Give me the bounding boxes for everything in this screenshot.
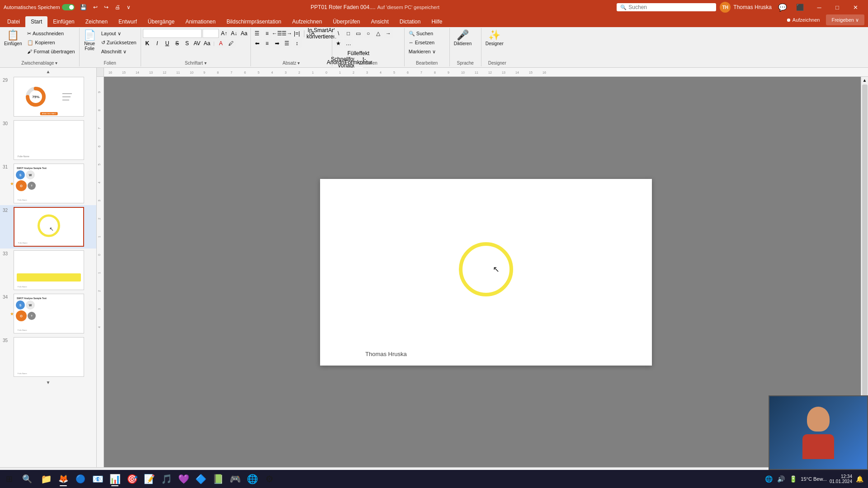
slide-item-31[interactable]: 31 ★ SWOT Analyse Sample Text S W O T Fo… <box>0 162 96 205</box>
align-justify-button[interactable]: ☰ <box>283 39 292 48</box>
minimize-button[interactable]: ─ <box>810 0 828 14</box>
find-button[interactable]: 🔍 Suchen <box>406 29 438 38</box>
taskbar-app9[interactable]: ⚙ <box>261 471 278 487</box>
paste-button[interactable]: 📋 Einfügen <box>2 29 24 56</box>
slide-canvas-area[interactable]: ↖ Thomas Hruska ▲ ▼ □ <box>104 77 868 467</box>
tab-datei[interactable]: Datei <box>2 16 25 27</box>
taskbar-app1[interactable]: 🎯 <box>124 471 140 487</box>
bold-button[interactable]: K <box>143 39 152 48</box>
layout-button[interactable]: Layout ∨ <box>99 29 139 38</box>
taskbar-app3[interactable]: 🎵 <box>158 471 175 487</box>
taskbar-app7[interactable]: 🎮 <box>227 471 243 487</box>
slide-item-33[interactable]: 33 Folie-Name <box>0 249 96 292</box>
tab-einfuegen[interactable]: Einfügen <box>47 16 80 27</box>
slide-item-34[interactable]: 34 ★ SWOT Analyse Sample Text S W O T Fo… <box>0 292 96 335</box>
taskbar-app8[interactable]: 🌐 <box>244 471 260 487</box>
taskbar-chrome[interactable]: 🔵 <box>72 471 89 487</box>
slide-item-29[interactable]: 29 75% ━━━━━━━ ━━━━━━ ━━━━━ <box>0 75 96 118</box>
tab-bildschirm[interactable]: Bildschirmpräsentation <box>221 16 287 27</box>
slide-item-30[interactable]: 30 Folie-Name <box>0 118 96 162</box>
taskbar-explorer[interactable]: 📁 <box>38 471 54 487</box>
indent-right-button[interactable]: ☰→ <box>283 29 292 38</box>
designer-button[interactable]: ✨ Designer <box>483 29 506 56</box>
volume-icon[interactable]: 🔊 <box>776 474 786 483</box>
present-button[interactable]: ⬛ <box>793 3 807 12</box>
tab-animationen[interactable]: Animationen <box>180 16 221 27</box>
tab-hilfe[interactable]: Hilfe <box>426 16 448 27</box>
font-increase-button[interactable]: A↑ <box>220 29 229 38</box>
scroll-up-btn[interactable]: ▲ <box>862 77 868 84</box>
tab-dictation[interactable]: Dictation <box>394 16 426 27</box>
char-spacing-button[interactable]: AV <box>193 39 202 48</box>
line-spacing-button[interactable]: ↕ <box>292 39 302 48</box>
copy-button[interactable]: 📋 Kopieren <box>25 38 77 47</box>
redo-button[interactable]: ↪ <box>101 3 111 11</box>
taskbar-outlook[interactable]: 📧 <box>90 471 106 487</box>
tab-aufzeichnen[interactable]: Aufzeichnen <box>287 16 327 27</box>
qa-dropdown[interactable]: ∨ <box>124 3 133 11</box>
tab-aufzeichnen-right[interactable]: ⏺ Aufzeichnen <box>781 14 825 25</box>
align-center-button[interactable]: ≡ <box>263 39 272 48</box>
shape-oval[interactable]: ○ <box>364 29 373 38</box>
col-button[interactable]: |=| <box>292 29 302 38</box>
shape-line[interactable]: \ <box>334 29 343 38</box>
start-button[interactable]: ⊞ <box>0 470 18 488</box>
tab-entwurf[interactable]: Entwurf <box>113 16 142 27</box>
autosave-toggle[interactable]: Automatisches Speichern <box>4 4 75 10</box>
fill-button[interactable]: Fülleffekt <box>354 49 363 58</box>
datetime[interactable]: 12:34 01.01.2024 <box>830 474 852 484</box>
shape-more[interactable]: … <box>344 39 353 48</box>
dictate-button[interactable]: 🎤 Diktieren <box>452 29 474 56</box>
comments-button[interactable]: 💬 <box>775 2 790 13</box>
underline-button[interactable]: U <box>163 39 172 48</box>
maximize-button[interactable]: □ <box>828 0 846 14</box>
scroll-down-button[interactable]: ▼ <box>0 379 96 386</box>
list-number-button[interactable]: ≡ <box>263 29 272 38</box>
shape-rounded-rect[interactable]: ▭ <box>354 29 363 38</box>
shadow-button[interactable]: S <box>183 39 192 48</box>
shape-rect[interactable]: □ <box>344 29 353 38</box>
slide-item-35[interactable]: 35 Folie-Name <box>0 335 96 379</box>
indent-left-button[interactable]: ←☰ <box>273 29 282 38</box>
align-left-button[interactable]: ⬅ <box>253 39 262 48</box>
taskbar-app2[interactable]: 📝 <box>141 471 157 487</box>
new-slide-button[interactable]: 📄 NeueFolie <box>81 29 98 56</box>
taskbar-app6[interactable]: 📗 <box>210 471 226 487</box>
cut-button[interactable]: ✂ Ausschneiden <box>25 29 77 38</box>
taskbar-app5[interactable]: 🔷 <box>193 471 209 487</box>
select-button[interactable]: Markieren ∨ <box>406 47 438 56</box>
network-icon[interactable]: 🌐 <box>764 474 774 483</box>
battery-icon[interactable]: 🔋 <box>788 474 798 483</box>
save-button[interactable]: 💾 <box>77 3 90 11</box>
font-color-button[interactable]: A <box>217 39 226 48</box>
text-case-button[interactable]: Aa <box>203 39 212 48</box>
tab-ansicht[interactable]: Ansicht <box>365 16 394 27</box>
tab-uebergaenge[interactable]: Übergänge <box>142 16 180 27</box>
reset-button[interactable]: ↺ Zurücksetzen <box>99 38 139 47</box>
highlight-button[interactable]: 🖊 <box>226 39 236 48</box>
slides-panel[interactable]: ▲ 29 75% ━━━━━━━ ━━━━━━ ━━━━━ <box>0 68 97 467</box>
taskbar-firefox[interactable]: 🦊 <box>55 471 71 487</box>
close-button[interactable]: ✕ <box>846 0 864 14</box>
search-taskbar-button[interactable]: 🔍 <box>18 470 36 488</box>
format-button[interactable]: 🖌 Format übertragen <box>25 47 77 56</box>
section-button[interactable]: Abschnitt ∨ <box>99 47 139 56</box>
italic-button[interactable]: I <box>153 39 162 48</box>
font-decrease-button[interactable]: A↓ <box>230 29 239 38</box>
notification-icon[interactable]: 🔔 <box>855 474 864 483</box>
scroll-up-button[interactable]: ▲ <box>0 68 96 75</box>
smart-art-button[interactable]: In SmartArt konvertieren <box>317 29 326 38</box>
replace-button[interactable]: ↔ Ersetzen <box>406 38 438 47</box>
list-bullet-button[interactable]: ☰ <box>253 29 262 38</box>
strikethrough-button[interactable]: S <box>173 39 182 48</box>
taskbar-app4[interactable]: 💜 <box>175 471 192 487</box>
print-button[interactable]: 🖨 <box>112 3 123 11</box>
tab-start[interactable]: Start <box>25 16 47 27</box>
clear-format-button[interactable]: Aa <box>240 29 249 38</box>
search-bar[interactable]: 🔍 <box>617 3 716 11</box>
shape-right-arrow[interactable]: → <box>384 29 393 38</box>
slide-item-32[interactable]: 32 Folie-Name ↖ <box>0 205 96 249</box>
font-size-input[interactable] <box>203 29 219 38</box>
font-name-input[interactable] <box>143 29 202 38</box>
taskbar-powerpoint[interactable]: 📊 <box>107 471 123 487</box>
